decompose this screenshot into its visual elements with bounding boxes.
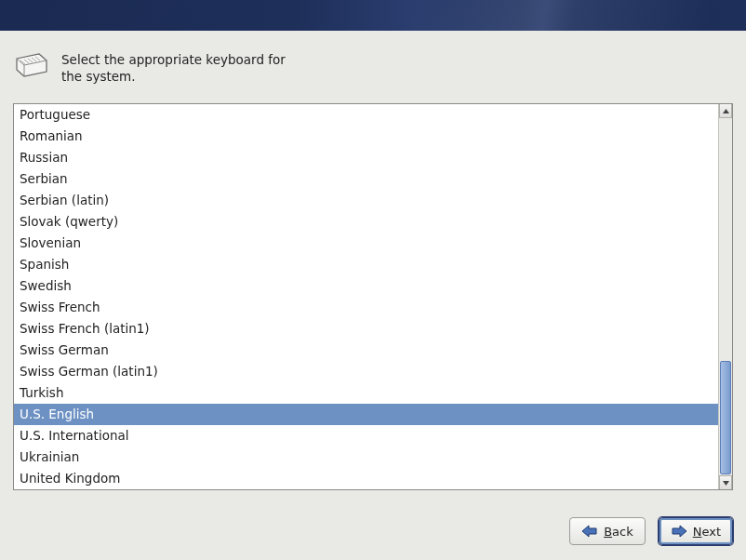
- keyboard-option[interactable]: Swiss German: [14, 340, 718, 361]
- keyboard-list[interactable]: PortugueseRomanianRussianSerbianSerbian …: [14, 104, 718, 489]
- header: Select the appropriate keyboard for the …: [0, 31, 746, 85]
- keyboard-option[interactable]: Serbian: [14, 168, 718, 190]
- arrow-right-icon: [671, 525, 687, 538]
- keyboard-option[interactable]: United Kingdom: [14, 468, 718, 489]
- next-button-label: Next: [693, 525, 721, 539]
- next-button[interactable]: Next: [659, 517, 733, 545]
- keyboard-option[interactable]: U.S. International: [14, 425, 718, 447]
- keyboard-option[interactable]: Swedish: [14, 275, 718, 297]
- keyboard-option[interactable]: Serbian (latin): [14, 190, 718, 211]
- keyboard-option[interactable]: Slovenian: [14, 233, 718, 254]
- keyboard-option[interactable]: Turkish: [14, 382, 718, 404]
- scroll-up-button[interactable]: [719, 104, 732, 118]
- footer-buttons: Back Next: [569, 517, 733, 545]
- keyboard-icon: [15, 51, 48, 77]
- keyboard-option[interactable]: Ukrainian: [14, 447, 718, 468]
- back-button[interactable]: Back: [569, 517, 646, 545]
- keyboard-option[interactable]: Swiss French: [14, 297, 718, 318]
- keyboard-option[interactable]: Slovak (qwerty): [14, 211, 718, 233]
- scroll-thumb[interactable]: [720, 361, 731, 474]
- keyboard-option[interactable]: Russian: [14, 147, 718, 168]
- scroll-down-button[interactable]: [719, 475, 732, 489]
- instruction-text: Select the appropriate keyboard for the …: [61, 51, 303, 85]
- top-banner: [0, 0, 746, 31]
- scrollbar[interactable]: [718, 104, 732, 489]
- keyboard-option[interactable]: Spanish: [14, 254, 718, 275]
- keyboard-option[interactable]: Swiss French (latin1): [14, 318, 718, 340]
- arrow-left-icon: [581, 525, 598, 538]
- keyboard-option[interactable]: Swiss German (latin1): [14, 361, 718, 382]
- keyboard-option[interactable]: U.S. English: [14, 404, 718, 425]
- keyboard-option[interactable]: Romanian: [14, 126, 718, 147]
- keyboard-option[interactable]: Portuguese: [14, 104, 718, 126]
- keyboard-list-container: PortugueseRomanianRussianSerbianSerbian …: [13, 103, 733, 490]
- back-button-label: Back: [604, 525, 633, 539]
